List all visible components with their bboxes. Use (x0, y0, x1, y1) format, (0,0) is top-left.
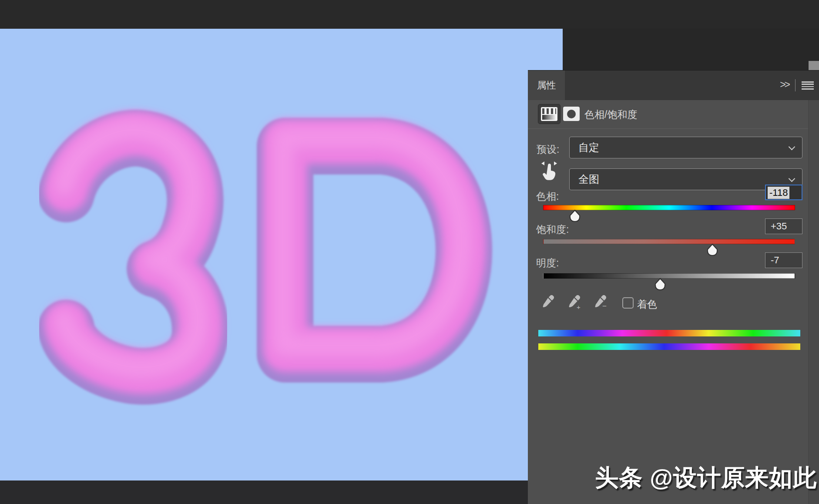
chevron-down-icon (789, 175, 796, 182)
lightness-value-text: -7 (771, 255, 779, 265)
hue-value-field[interactable]: -118 (765, 185, 802, 200)
letter-d (283, 138, 464, 354)
panel-header-actions: >> (780, 71, 814, 100)
canvas-pasteboard (0, 480, 563, 504)
mask-circle-icon (567, 110, 576, 118)
adjustment-title: 色相/饱和度 (584, 108, 637, 121)
panel-scroll-cap (809, 61, 819, 70)
eyedropper-icon[interactable] (540, 294, 555, 310)
lightness-slider-track[interactable] (543, 273, 795, 279)
svg-text:+: + (577, 303, 581, 310)
preset-dropdown[interactable]: 自定 (569, 137, 802, 158)
eyedropper-minus-icon[interactable]: − (593, 294, 608, 310)
watermark: 头条@设计原来如此 (595, 462, 817, 494)
hue-slider-track[interactable] (543, 205, 795, 210)
output-spectrum-bar (538, 343, 800, 350)
panel-scroll-gutter[interactable] (808, 100, 819, 504)
chevron-down-icon (789, 144, 796, 151)
lightness-label: 明度: (536, 256, 559, 270)
hue-label: 色相: (536, 190, 559, 203)
saturation-slider-track[interactable] (543, 239, 795, 244)
panel-tab-bar: 属性 >> (528, 71, 819, 100)
layer-mask-icon-button[interactable] (563, 107, 580, 121)
properties-panel: 属性 >> 色相/饱和度 预设: 自定 (528, 70, 819, 504)
hue-sat-adjustment-icon (541, 107, 557, 121)
canvas-art-3d-text (0, 29, 563, 480)
colorize-checkbox[interactable] (622, 297, 634, 309)
channel-value: 全图 (578, 172, 599, 186)
photoshop-workspace: 属性 >> 色相/饱和度 预设: 自定 (0, 0, 819, 504)
input-spectrum-bar (538, 330, 800, 336)
hue-slider-thumb[interactable] (569, 209, 581, 222)
svg-text:−: − (602, 302, 607, 310)
top-toolbar-area (0, 0, 819, 29)
tab-properties[interactable]: 属性 (528, 71, 565, 100)
lightness-slider-thumb[interactable] (655, 278, 666, 291)
saturation-label: 饱和度: (536, 223, 569, 236)
watermark-handle: @设计原来如此 (650, 464, 817, 491)
targeted-adjustment-tool-icon[interactable] (540, 159, 558, 180)
tab-properties-label: 属性 (537, 79, 556, 92)
header-divider (795, 79, 796, 91)
document-canvas[interactable] (0, 29, 563, 480)
watermark-brand: 头条 (595, 464, 643, 491)
saturation-value-field[interactable]: +35 (765, 218, 802, 234)
hue-sat-adjustment-icon-button[interactable] (538, 104, 561, 124)
eyedropper-plus-icon[interactable]: + (567, 294, 581, 310)
hue-value-selected-text: -118 (768, 187, 789, 199)
letter-3 (64, 130, 200, 376)
saturation-value-text: +35 (771, 221, 787, 232)
section-divider (528, 128, 808, 129)
preset-value: 自定 (578, 141, 599, 155)
lightness-value-field[interactable]: -7 (765, 252, 802, 268)
colorize-label: 着色 (637, 298, 657, 311)
panel-menu-icon[interactable] (802, 81, 814, 90)
saturation-slider-thumb[interactable] (707, 243, 718, 256)
preset-label: 预设: (537, 143, 559, 156)
collapse-to-icons-icon[interactable]: >> (780, 80, 789, 91)
